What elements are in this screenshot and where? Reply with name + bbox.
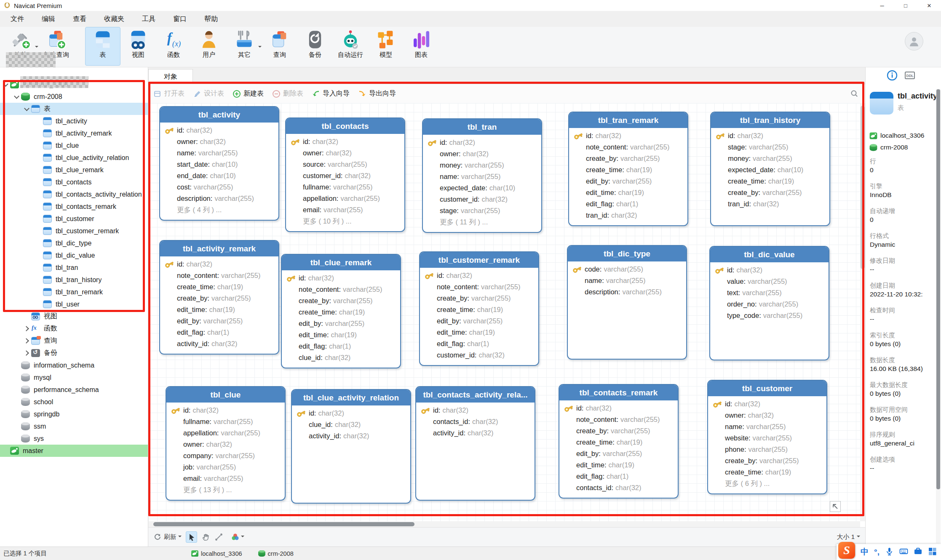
table-card-tbl-tran-history[interactable]: tbl_tran_historyid:char(32)stage:varchar… — [710, 112, 830, 226]
dropdown-caret-icon[interactable] — [35, 46, 38, 49]
table-card-tbl-activity-remark[interactable]: tbl_activity_remarkid:char(32)note_conte… — [159, 240, 279, 355]
toolbar-button-function[interactable]: f(x)函数 — [156, 27, 191, 66]
table-card-title[interactable]: tbl_tran_history — [711, 112, 829, 128]
table-card-title[interactable]: tbl_clue_remark — [282, 255, 400, 270]
hand-tool-button[interactable] — [201, 533, 210, 541]
table-card-tbl-activity[interactable]: tbl_activityid:char(32)owner:char(32)nam… — [159, 106, 279, 221]
chevron-right-icon[interactable] — [24, 338, 30, 344]
sidebar-item-tbl-activity[interactable]: tbl_activity — [0, 115, 148, 127]
toolbar-button-table[interactable]: 表 — [85, 27, 120, 66]
horizontal-scrollbar[interactable] — [148, 521, 860, 527]
table-card-title[interactable]: tbl_contacts — [286, 118, 404, 134]
sidebar-item-tbl-tran-remark[interactable]: tbl_tran_remark — [0, 286, 148, 298]
sidebar-item-sys[interactable]: sys — [0, 432, 148, 445]
ddl-icon[interactable]: DDL — [904, 70, 915, 82]
sidebar-item--[interactable]: 查询 — [0, 335, 148, 347]
table-card-title[interactable]: tbl_customer — [708, 381, 826, 396]
panel-scrollbar-thumb[interactable] — [936, 89, 940, 489]
table-card-title[interactable]: tbl_tran_remark — [569, 112, 687, 128]
sidebar-item-tbl-clue-remark[interactable]: tbl_clue_remark — [0, 164, 148, 176]
chevron-down-icon[interactable] — [3, 81, 9, 88]
dropdown-caret-icon[interactable] — [258, 46, 262, 49]
sidebar-item-mysql[interactable]: mysql — [0, 371, 148, 384]
chevron-right-icon[interactable] — [24, 325, 30, 332]
pointer-tool-button[interactable] — [186, 531, 197, 543]
table-card-title[interactable]: tbl_activity_remark — [160, 241, 278, 256]
sidebar-item-ssm[interactable]: ssm — [0, 420, 148, 432]
panel-scrollbar[interactable] — [936, 89, 941, 543]
sidebar-item-tbl-contacts-activity-relation[interactable]: tbl_contacts_activity_relation — [0, 188, 148, 200]
sidebar-item--[interactable]: 函数 — [0, 323, 148, 335]
table-card-title[interactable]: tbl_activity — [160, 107, 278, 123]
table-card-tbl-contacts-remark[interactable]: tbl_contacts_remarkid:char(32)note_conte… — [559, 384, 679, 499]
sidebar-item-school[interactable]: school — [0, 396, 148, 408]
layout-grid-icon[interactable] — [928, 547, 937, 557]
sidebar-item-tbl-contacts[interactable]: tbl_contacts — [0, 176, 148, 188]
table-card-tbl-customer[interactable]: tbl_customerid:char(32)owner:char(32)nam… — [707, 380, 827, 494]
sidebar-item-tbl-tran[interactable]: tbl_tran — [0, 261, 148, 274]
info-icon[interactable] — [887, 70, 898, 82]
toolbar-button-view[interactable]: 视图 — [120, 27, 156, 66]
microphone-icon[interactable] — [885, 547, 894, 557]
objbar-button-export-wizard[interactable]: 导出向导 — [358, 89, 396, 98]
table-card-title[interactable]: tbl_tran — [423, 119, 541, 135]
vertical-scrollbar-thumb[interactable] — [861, 106, 865, 269]
sidebar-item--[interactable]: 视图 — [0, 310, 148, 323]
refresh-button[interactable]: 刷新 — [153, 533, 182, 541]
table-card-tbl-clue[interactable]: tbl_clueid:char(32)fullname:varchar(255)… — [166, 386, 286, 501]
keyboard-icon[interactable] — [899, 547, 908, 557]
reset-view-button[interactable] — [830, 501, 841, 512]
table-card-tbl-contacts[interactable]: tbl_contactsid:char(32)owner:char(32)sou… — [285, 117, 405, 232]
table-card-title[interactable]: tbl_dic_type — [568, 246, 686, 261]
sidebar-item-tbl-tran-history[interactable]: tbl_tran_history — [0, 274, 148, 286]
color-tool-button[interactable] — [231, 533, 244, 541]
table-card-tbl-contacts-activity-rela-[interactable]: tbl_contacts_activity_rela...id:char(32)… — [415, 386, 535, 501]
table-card-tbl-dic-value[interactable]: tbl_dic_valueid:char(32)value:varchar(25… — [709, 246, 829, 360]
sidebar-item-tbl-clue[interactable]: tbl_clue — [0, 139, 148, 152]
sidebar-item-information-schema[interactable]: information_schema — [0, 359, 148, 371]
toolbar-button-automation[interactable]: 自动运行 — [333, 27, 368, 66]
toolbar-button-others[interactable]: 其它 — [227, 27, 262, 66]
table-card-title[interactable]: tbl_clue_activity_relation — [292, 390, 410, 405]
sidebar-item--[interactable]: 备份 — [0, 347, 148, 359]
sidebar-item-springdb[interactable]: springdb — [0, 408, 148, 420]
table-card-title[interactable]: tbl_contacts_activity_rela... — [416, 387, 535, 403]
sidebar-item-tbl-customer[interactable]: tbl_customer — [0, 213, 148, 225]
sidebar-item-tbl-user[interactable]: tbl_user — [0, 298, 148, 310]
sidebar-item--[interactable]: 表 — [0, 103, 148, 115]
toolbox-icon[interactable] — [914, 547, 922, 557]
sidebar-item-tbl-contacts-remark[interactable]: tbl_contacts_remark — [0, 200, 148, 213]
menu-item-2[interactable]: 查看 — [64, 11, 95, 27]
toolbar-button-chart[interactable]: 图表 — [404, 27, 439, 66]
diagram-canvas[interactable]: tbl_activityid:char(32)owner:char(32)nam… — [148, 103, 860, 521]
toolbar-button-backup[interactable]: 备份 — [297, 27, 333, 66]
user-avatar[interactable] — [905, 32, 923, 51]
punctuation-icon[interactable]: °, — [874, 547, 880, 557]
connector-tool-button[interactable] — [214, 533, 223, 541]
objbar-button-import-wizard[interactable]: 导入向导 — [312, 89, 350, 98]
close-button[interactable]: ✕ — [917, 0, 941, 11]
table-card-tbl-clue-activity-relation[interactable]: tbl_clue_activity_relationid:char(32)clu… — [291, 389, 411, 504]
menu-item-4[interactable]: 工具 — [133, 11, 164, 27]
toolbar-button-model[interactable]: 模型 — [368, 27, 404, 66]
toolbar-button-user[interactable]: 用户 — [191, 27, 227, 66]
toolbar-button-query[interactable]: 查询 — [262, 27, 297, 66]
table-card-tbl-customer-remark[interactable]: tbl_customer_remarkid:char(32)note_conte… — [419, 251, 539, 366]
table-card-title[interactable]: tbl_dic_value — [710, 247, 829, 262]
tab-objects[interactable]: 对象 — [148, 69, 193, 84]
chevron-down-icon[interactable] — [13, 93, 20, 100]
table-card-title[interactable]: tbl_clue — [166, 387, 285, 403]
sidebar-item-tbl-clue-activity-relation[interactable]: tbl_clue_activity_relation — [0, 152, 148, 164]
table-card-tbl-tran[interactable]: tbl_tranid:char(32)owner:char(32)money:v… — [422, 118, 542, 233]
table-card-tbl-clue-remark[interactable]: tbl_clue_remarkid:char(32)note_content:v… — [281, 254, 401, 368]
search-icon[interactable] — [850, 89, 858, 98]
chevron-right-icon[interactable] — [24, 350, 30, 356]
chevron-down-icon[interactable] — [24, 106, 30, 112]
horizontal-scrollbar-thumb[interactable] — [153, 522, 414, 526]
table-card-title[interactable]: tbl_contacts_remark — [559, 385, 678, 400]
menu-item-0[interactable]: 文件 — [2, 11, 33, 27]
menu-item-1[interactable]: 编辑 — [33, 11, 64, 27]
objbar-button-new-table[interactable]: 新建表 — [233, 89, 264, 98]
table-card-title[interactable]: tbl_customer_remark — [420, 252, 538, 268]
maximize-button[interactable]: □ — [894, 0, 917, 11]
